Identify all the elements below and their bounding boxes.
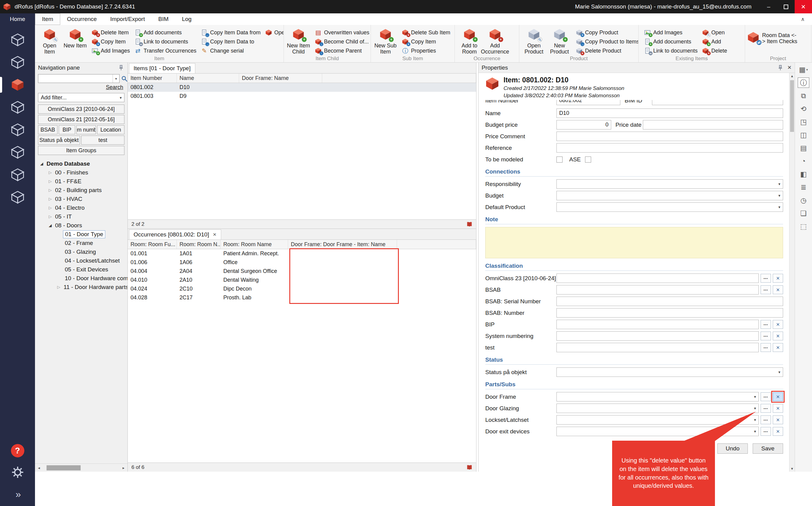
tree-item[interactable]: ▷03 - HVAC: [35, 194, 128, 203]
bip-field[interactable]: [556, 320, 759, 329]
clock-icon[interactable]: ◷: [798, 195, 809, 205]
tree-item-selected[interactable]: 01 - Door Type: [35, 230, 128, 239]
tree-collapsed-icon[interactable]: ▷: [47, 170, 53, 175]
system-numbering-field[interactable]: [556, 331, 759, 341]
maximize-icon[interactable]: [777, 0, 795, 13]
existing-delete-button[interactable]: × Delete: [701, 47, 728, 55]
delete-value-icon[interactable]: ✕: [773, 415, 783, 424]
become-parent-button[interactable]: ↑ Become Parent: [314, 47, 370, 55]
help-icon[interactable]: ?: [11, 444, 24, 457]
cell[interactable]: D9: [177, 93, 239, 99]
door-frame-delete-value-icon[interactable]: ✕: [773, 392, 783, 401]
lookup-ellipsis-button[interactable]: •••: [761, 415, 771, 424]
table-row[interactable]: 04.0042A04Dental Surgeon Office: [128, 267, 476, 276]
tree-collapsed-icon[interactable]: ▷: [47, 197, 53, 201]
cell[interactable]: 04.024: [128, 286, 177, 292]
bsab-number-field[interactable]: [556, 308, 783, 318]
sidebar-module-attachments[interactable]: [0, 118, 35, 141]
close-icon[interactable]: ✕: [795, 0, 812, 13]
cell[interactable]: 2C10: [177, 286, 220, 292]
tab-home[interactable]: Home: [0, 13, 35, 25]
copy-product-button[interactable]: + Copy Product: [575, 28, 638, 36]
table-row[interactable]: 04.0282C17Prosth. Lab: [128, 293, 476, 302]
scroll-right-icon[interactable]: ▸: [120, 466, 128, 470]
bim-id-field[interactable]: [652, 100, 783, 105]
save-button[interactable]: Save: [753, 443, 783, 454]
scroll-down-icon[interactable]: ▼: [790, 466, 795, 472]
lookup-ellipsis-button[interactable]: •••: [761, 320, 771, 329]
open-product-button[interactable]: Open Product: [521, 26, 547, 55]
name-field[interactable]: [556, 108, 783, 118]
open-item-button[interactable]: Open Item: [37, 26, 62, 55]
cell[interactable]: Office: [220, 259, 288, 266]
sidebar-module-documents[interactable]: [0, 186, 35, 208]
cell[interactable]: Dental Waiting: [220, 277, 288, 283]
lookup-ellipsis-button[interactable]: •••: [761, 343, 771, 352]
delete-value-icon[interactable]: ✕: [773, 404, 783, 413]
filter-status-pa-objekt[interactable]: Status på objekt: [38, 136, 80, 145]
copy-item-button[interactable]: + Copy Item: [90, 38, 131, 46]
filter-bip[interactable]: BIP: [59, 125, 75, 134]
new-sub-item-button[interactable]: + New Sub Item: [373, 26, 398, 55]
table-row[interactable]: 04.0242C10Dipc Decon: [128, 284, 476, 293]
lookup-ellipsis-button[interactable]: •••: [761, 404, 771, 413]
tab-log[interactable]: Log: [175, 13, 198, 25]
lockset-latchset-dropdown[interactable]: ▾: [556, 415, 759, 425]
delete-value-icon[interactable]: ✕: [773, 285, 783, 294]
sidebar-module-items[interactable]: [0, 74, 35, 96]
add-documents-button[interactable]: + Add documents: [133, 28, 197, 36]
documents-icon[interactable]: ⧉: [798, 91, 809, 101]
door-exit-devices-dropdown[interactable]: ▾: [556, 427, 759, 436]
tree-item[interactable]: 04 - Lockset/Latchset: [35, 256, 128, 265]
tree-item[interactable]: 03 - Glazing: [35, 247, 128, 256]
tree-item[interactable]: ▷04 - Electro: [35, 203, 128, 212]
filter-bsab[interactable]: BSAB: [38, 125, 58, 134]
existing-open-button[interactable]: Open: [701, 28, 728, 36]
column-header[interactable]: Item Number: [128, 74, 177, 83]
table-row[interactable]: 04.0102A10Dental Waiting: [128, 276, 476, 284]
existing-link-documents-button[interactable]: ∞ Link to documents: [643, 47, 698, 55]
cell[interactable]: 1A06: [177, 259, 220, 266]
horizontal-scrollbar[interactable]: ◂ ▸: [35, 463, 128, 472]
cell[interactable]: 04.028: [128, 294, 177, 301]
tree-item[interactable]: ▷02 - Building parts: [35, 186, 128, 194]
cell[interactable]: 04.004: [128, 268, 177, 274]
lookup-ellipsis-button[interactable]: •••: [761, 274, 771, 283]
chart-icon[interactable]: ◔: [798, 156, 809, 166]
tree-collapsed-icon[interactable]: ▷: [47, 179, 53, 183]
existing-add-images-button[interactable]: + Add Images: [643, 28, 698, 36]
table-row[interactable]: 0801.002 D10: [128, 83, 476, 92]
new-item-child-button[interactable]: + New Item Child: [286, 26, 311, 55]
delete-item-button[interactable]: × Delete Item: [90, 28, 131, 36]
minimize-icon[interactable]: –: [760, 0, 777, 13]
become-child-of-button[interactable]: ↓ Become Child of...: [314, 38, 370, 46]
rows-icon[interactable]: ▤: [798, 143, 809, 153]
column-header[interactable]: Room: Room Fu...: [128, 240, 177, 249]
tree-collapsed-icon[interactable]: ▷: [47, 205, 53, 210]
collapse-ribbon-icon[interactable]: ∧: [801, 13, 805, 25]
filter-omniclass-21[interactable]: OmniClass 21 [2012-05-16]: [38, 115, 124, 124]
info-icon[interactable]: ⓘ: [798, 78, 809, 88]
properties-button[interactable]: ⓘ Properties: [401, 47, 451, 55]
cell[interactable]: 2C17: [177, 294, 220, 301]
copy-product-to-items-button[interactable]: → Copy Product to Items: [575, 38, 638, 46]
delete-value-icon[interactable]: ✕: [773, 343, 783, 352]
search-combobox[interactable]: ▾: [38, 74, 120, 83]
table-row[interactable]: 0801.003 D9: [128, 92, 476, 101]
search-input[interactable]: [38, 74, 113, 83]
table-row[interactable]: 01.0011A01Patient Admin. Recept.: [128, 249, 476, 258]
filter-location[interactable]: Location: [97, 125, 124, 134]
sidebar-module-room-function[interactable]: [0, 51, 35, 74]
lookup-ellipsis-button[interactable]: •••: [761, 332, 771, 340]
cell[interactable]: 1A01: [177, 250, 220, 257]
tab-bim[interactable]: BIM: [151, 13, 175, 25]
sidebar-module-products[interactable]: [0, 96, 35, 118]
search-icon[interactable]: [121, 74, 128, 83]
copy-item-data-from-button[interactable]: ← Copy Item Data from: [200, 28, 261, 36]
book-icon[interactable]: [466, 221, 472, 227]
filter-system-numbering[interactable]: System numbering: [76, 125, 96, 134]
close-panel-icon[interactable]: ✕: [787, 65, 792, 71]
add-images-button[interactable]: + Add Images: [90, 47, 131, 55]
omniclass-23-field[interactable]: [556, 273, 759, 283]
tree-collapsed-icon[interactable]: ▷: [47, 214, 53, 219]
